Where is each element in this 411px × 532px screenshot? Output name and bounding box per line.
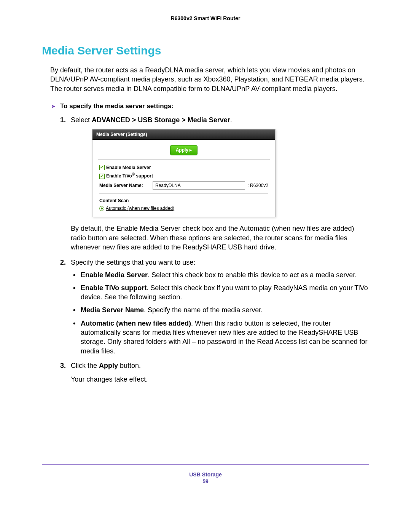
step-number: 2. (60, 258, 66, 267)
enable-media-server-row: ✓Enable Media Server (99, 165, 268, 171)
footer: USB Storage 59 (0, 471, 411, 484)
step-bold: ADVANCED > USB Storage > Media Server (92, 116, 230, 124)
effect-text: Your changes take effect. (71, 375, 369, 384)
content-scan-title: Content Scan (99, 198, 268, 204)
scan-automatic-label: Automatic (when new files added) (106, 206, 174, 211)
step-number: 3. (60, 361, 66, 370)
step-bold: Apply (99, 362, 118, 369)
doc-header: R6300v2 Smart WiFi Router (42, 15, 369, 21)
ui-body: ✓Enable Media Server ✓Enable TiVo® suppo… (92, 160, 275, 217)
enable-tivo-label-post: support (135, 173, 153, 179)
radio-icon[interactable] (99, 206, 104, 211)
ui-apply-row: Apply ▸ (98, 140, 270, 159)
ui-screenshot: Media Server (Settings) Apply ▸ ✓Enable … (92, 129, 276, 217)
step-text: Select (71, 116, 92, 124)
step-text: Click the (71, 362, 99, 369)
bullet-media-server-name: Media Server Name. Specify the name of t… (71, 305, 369, 315)
bullet-list: Enable Media Server. Select this check b… (71, 270, 369, 356)
steps-list: 1. Select ADVANCED > USB Storage > Media… (60, 115, 369, 384)
enable-tivo-row: ✓Enable TiVo® support (99, 172, 268, 179)
checkbox-icon[interactable]: ✓ (99, 174, 105, 179)
media-server-name-suffix: : R6300v2 (247, 182, 268, 189)
footer-page: 59 (0, 478, 411, 484)
intro-paragraph: By default, the router acts as a ReadyDL… (50, 66, 369, 93)
media-server-name-label: Media Server Name: (99, 182, 153, 189)
procedure-heading: ➤ To specify the media server settings: (51, 102, 369, 110)
media-server-name-row: Media Server Name: ReadyDLNA : R6300v2 (99, 181, 268, 194)
step-text-end: button. (118, 362, 141, 369)
bullet-automatic: Automatic (when new files added). When t… (71, 319, 369, 356)
enable-media-server-label: Enable Media Server (106, 165, 151, 170)
product-name: R6300v2 Smart WiFi Router (171, 15, 241, 21)
step-1: 1. Select ADVANCED > USB Storage > Media… (60, 115, 369, 252)
ui-titlebar: Media Server (Settings) (92, 129, 275, 140)
checkbox-icon[interactable]: ✓ (99, 165, 105, 170)
arrow-icon: ➤ (51, 103, 56, 109)
step-number: 1. (60, 115, 66, 125)
apply-button[interactable]: Apply ▸ (170, 145, 198, 155)
media-server-name-input[interactable]: ReadyDLNA (153, 181, 245, 190)
scan-automatic-row: Automatic (when new files added) (99, 205, 268, 211)
footer-rule (42, 464, 369, 465)
after-shot-paragraph: By default, the Enable Media Server chec… (71, 224, 369, 252)
step-2: 2. Specify the settings that you want to… (60, 258, 369, 356)
step-3: 3. Click the Apply button. Your changes … (60, 361, 369, 384)
bullet-enable-tivo: Enable TiVo support. Select this check b… (71, 283, 369, 302)
procedure-heading-text: To specify the media server settings: (60, 102, 174, 110)
enable-tivo-label-pre: Enable TiVo (106, 173, 132, 179)
content-scan-section: Content Scan Automatic (when new files a… (99, 198, 268, 211)
step-text: Specify the settings that you want to us… (71, 259, 195, 266)
footer-section: USB Storage (0, 471, 411, 478)
step-text-end: . (230, 116, 232, 124)
section-title: Media Server Settings (42, 44, 369, 57)
bullet-enable-media-server: Enable Media Server. Select this check b… (71, 270, 369, 280)
tivo-reg: ® (132, 172, 135, 176)
